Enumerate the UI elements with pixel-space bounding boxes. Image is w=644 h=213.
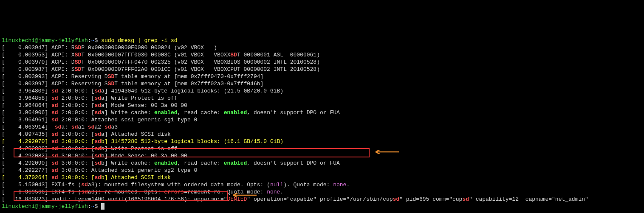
log-line: [ 3.964809] sd 2:0:0:0: [sda] 41943040 5… — [2, 87, 642, 95]
log-line: [ 4.292277] sd 3:0:0:0: Attached scsi ge… — [2, 167, 642, 174]
log-line: [ 3.964906] sd 2:0:0:0: [sda] Write cach… — [2, 109, 642, 116]
log-line: [ 3.964961] sd 2:0:0:0: Attached scsi ge… — [2, 116, 642, 123]
prompt-symbol: $ — [94, 37, 98, 44]
log-line: [ 4.292080] sd 3:0:0:0: [sdb] Write Prot… — [2, 145, 642, 152]
log-line: [ 6.369566] EXT4-fs (sda3): re-mounted. … — [2, 188, 642, 196]
prompt-user: linuxtechi — [2, 37, 35, 44]
log-line: [ 4.063914] sda: sda1 sda2 sda3 — [2, 123, 642, 131]
log-line: [ 0.003987] ACPI: SSDT 0x000000007FFF02A… — [2, 66, 642, 73]
log-line: [ 0.003953] ACPI: XSDT 0x000000007FFF003… — [2, 51, 642, 59]
log-line: [ 3.964858] sd 2:0:0:0: [sda] Write Prot… — [2, 95, 642, 102]
log-line: [ 4.292070] sd 3:0:0:0: [sdb] 31457280 5… — [2, 138, 642, 145]
log-line: [ 4.292090] sd 3:0:0:0: [sdb] Write cach… — [2, 160, 642, 167]
log-output: [ 0.003947] ACPI: RSDP 0x00000000000E000… — [2, 44, 642, 203]
log-line: [ 4.292082] sd 3:0:0:0: [sdb] Mode Sense… — [2, 152, 642, 160]
log-line: [ 4.097435] sd 2:0:0:0: [sda] Attached S… — [2, 131, 642, 138]
command-text: sudo dmesg | grep -i sd — [101, 37, 178, 44]
log-line: [ 0.003993] ACPI: Reserving DSDT table m… — [2, 73, 642, 80]
log-line: [ 0.003997] ACPI: Reserving SSDT table m… — [2, 80, 642, 87]
cursor-icon — [101, 203, 105, 210]
terminal-output: linuxtechi@jammy-jellyfish:~$ sudo dmesg… — [2, 30, 642, 213]
prompt-host: jammy-jellyfish — [38, 37, 88, 44]
log-line: [ 3.964864] sd 2:0:0:0: [sda] Mode Sense… — [2, 102, 642, 109]
log-line: [ 16.880823] audit: type=1400 audit(1665… — [2, 196, 642, 203]
prompt-line[interactable]: linuxtechi@jammy-jellyfish:~$ sudo dmesg… — [2, 37, 642, 44]
log-line: [ 0.003970] ACPI: DSDT 0x000000007FFF047… — [2, 59, 642, 66]
log-line: [ 4.370264] sd 3:0:0:0: [sdb] Attached S… — [2, 174, 642, 181]
prompt-line-end[interactable]: linuxtechi@jammy-jellyfish:~$ — [2, 203, 642, 210]
log-line: [ 5.150043] EXT4-fs (sda3): mounted file… — [2, 181, 642, 188]
log-line: [ 0.003947] ACPI: RSDP 0x00000000000E000… — [2, 44, 642, 51]
